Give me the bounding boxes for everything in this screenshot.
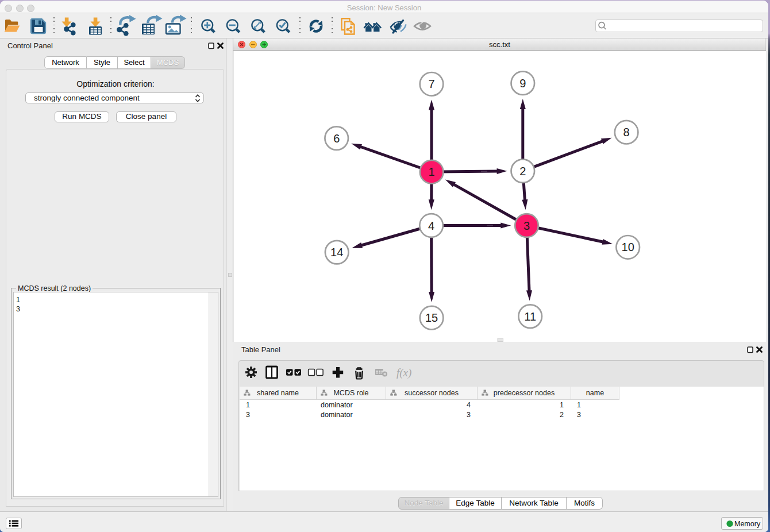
svg-text:15: 15	[425, 311, 438, 324]
svg-text:1: 1	[429, 165, 435, 178]
svg-text:9: 9	[519, 77, 526, 90]
svg-text:10: 10	[622, 241, 634, 253]
svg-text:3: 3	[523, 219, 530, 232]
svg-text:8: 8	[623, 126, 630, 138]
svg-text:2: 2	[519, 165, 526, 178]
svg-text:11: 11	[524, 310, 536, 323]
svg-text:14: 14	[330, 246, 343, 259]
svg-text:f(x): f(x)	[396, 367, 411, 379]
svg-text:4: 4	[428, 219, 434, 232]
svg-text:6: 6	[333, 132, 340, 145]
svg-text:7: 7	[428, 78, 434, 90]
